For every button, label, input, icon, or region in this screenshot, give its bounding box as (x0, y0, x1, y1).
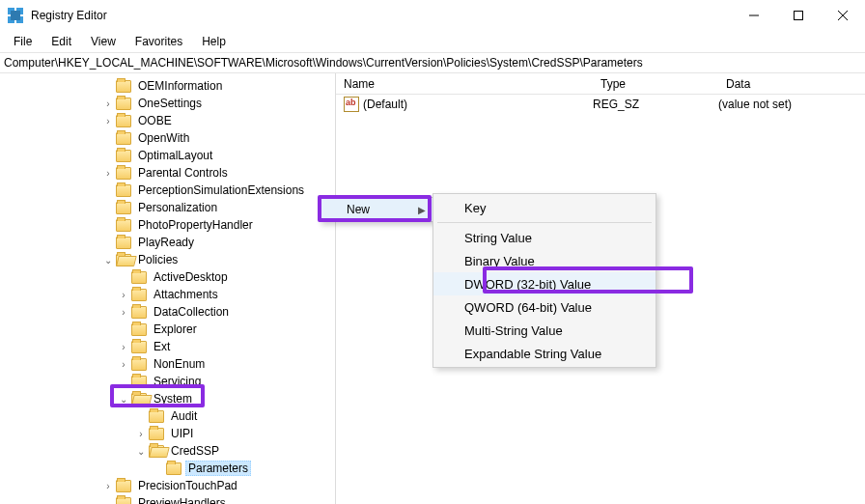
folder-icon (116, 150, 131, 162)
tree-item[interactable]: ›Parental Controls (0, 164, 335, 182)
tree-item[interactable]: ›UIPI (0, 425, 335, 442)
maximize-button[interactable] (776, 0, 821, 31)
main-area: OEMInformation›OneSettings›OOBEOpenWithO… (0, 73, 865, 504)
tree-item[interactable]: Explorer (0, 321, 335, 338)
close-button[interactable] (821, 0, 865, 31)
tree-item[interactable]: OpenWith (0, 129, 335, 147)
chevron-right-icon[interactable]: › (135, 428, 147, 439)
tree-item[interactable]: ›Attachments (0, 286, 335, 303)
chevron-right-icon[interactable]: › (102, 480, 114, 491)
twisty-empty (153, 462, 164, 474)
tree-item-label: Audit (168, 408, 200, 424)
tree-item-label: Explorer (151, 322, 200, 337)
context-item[interactable]: QWORD (64-bit) Value (433, 295, 656, 319)
column-type[interactable]: Type (593, 77, 718, 91)
folder-icon (116, 219, 131, 232)
twisty-empty (118, 271, 129, 283)
tree-item[interactable]: PreviewHandlers (0, 494, 335, 504)
tree-item[interactable]: ⌄CredSSP (0, 442, 335, 460)
twisty-empty (102, 219, 114, 231)
chevron-right-icon[interactable]: › (118, 289, 129, 300)
tree-item[interactable]: ›DataCollection (0, 303, 335, 321)
twisty-empty (135, 410, 147, 422)
tree-item[interactable]: Audit (0, 407, 335, 425)
menu-edit[interactable]: Edit (43, 33, 79, 50)
tree-item-label: PhotoPropertyHandler (135, 217, 256, 233)
folder-icon (116, 167, 131, 180)
folder-icon (116, 115, 131, 127)
tree-item[interactable]: PerceptionSimulationExtensions (0, 182, 335, 199)
tree-item-label: Personalization (135, 200, 220, 215)
tree-item-label: ActiveDesktop (151, 269, 231, 285)
context-item[interactable]: DWORD (32-bit) Value (433, 272, 656, 295)
folder-open-icon (116, 254, 131, 266)
address-bar[interactable]: Computer\HKEY_LOCAL_MACHINE\SOFTWARE\Mic… (0, 52, 865, 73)
tree-item[interactable]: Parameters (0, 460, 335, 477)
twisty-empty (102, 497, 114, 504)
twisty-empty (102, 202, 114, 213)
chevron-right-icon[interactable]: › (118, 358, 129, 370)
chevron-right-icon[interactable]: › (102, 167, 114, 179)
tree-item[interactable]: ActiveDesktop (0, 268, 335, 286)
chevron-right-icon[interactable]: › (118, 341, 129, 352)
chevron-down-icon[interactable]: ⌄ (118, 393, 129, 405)
twisty-empty (102, 132, 114, 144)
chevron-right-icon[interactable]: › (102, 115, 114, 126)
menu-file[interactable]: File (6, 33, 40, 50)
twisty-empty (102, 80, 114, 92)
chevron-down-icon[interactable]: ⌄ (102, 254, 114, 266)
context-submenu-new: KeyString ValueBinary ValueDWORD (32-bit… (432, 193, 656, 368)
folder-icon (116, 184, 131, 197)
tree-item[interactable]: ›PrecisionTouchPad (0, 477, 335, 494)
tree-item[interactable]: PhotoPropertyHandler (0, 216, 335, 234)
window-controls (732, 0, 865, 31)
chevron-right-icon[interactable]: › (118, 306, 129, 318)
folder-open-icon (131, 393, 147, 406)
folder-icon (116, 132, 131, 145)
regedit-icon (8, 8, 23, 23)
tree-item[interactable]: ›NonEnum (0, 355, 335, 373)
list-row[interactable]: (Default)REG_SZ(value not set) (336, 95, 865, 114)
tree-item[interactable]: ›OneSettings (0, 95, 335, 112)
tree-pane[interactable]: OEMInformation›OneSettings›OOBEOpenWithO… (0, 73, 336, 504)
tree-item-label: Policies (135, 252, 181, 267)
menu-view[interactable]: View (83, 33, 124, 50)
menu-help[interactable]: Help (194, 33, 234, 50)
context-item[interactable]: Binary Value (433, 249, 656, 272)
context-item[interactable]: Expandable String Value (433, 342, 656, 365)
tree-item[interactable]: ⌄System (0, 390, 335, 407)
tree-item[interactable]: Personalization (0, 199, 335, 216)
tree-item[interactable]: ›Ext (0, 338, 335, 355)
tree-item[interactable]: ⌄Policies (0, 251, 335, 268)
context-item[interactable]: Key (433, 196, 656, 219)
tree-item-label: OEMInformation (135, 78, 225, 94)
list-pane[interactable]: Name Type Data (Default)REG_SZ(value not… (336, 73, 865, 504)
folder-open-icon (149, 445, 164, 458)
twisty-empty (118, 376, 129, 387)
tree-item[interactable]: ›OOBE (0, 112, 335, 129)
tree-item[interactable]: OEMInformation (0, 77, 335, 95)
folder-icon (131, 376, 147, 388)
tree-item-label: Parameters (185, 461, 251, 476)
tree-item-label: Ext (151, 339, 173, 354)
folder-icon (131, 358, 147, 371)
tree-item-label: DataCollection (151, 304, 232, 320)
tree-item[interactable]: PlayReady (0, 234, 335, 251)
context-item[interactable]: String Value (433, 226, 656, 249)
svg-rect-4 (11, 11, 20, 20)
tree-item[interactable]: OptimalLayout (0, 147, 335, 164)
column-name[interactable]: Name (336, 77, 593, 91)
tree-item[interactable]: Servicing (0, 373, 335, 390)
tree-item-label: PrecisionTouchPad (135, 478, 240, 493)
menu-separator (437, 222, 652, 223)
minimize-button[interactable] (732, 0, 776, 31)
folder-icon (131, 341, 147, 353)
tree-item-label: PerceptionSimulationExtensions (135, 182, 307, 198)
chevron-down-icon[interactable]: ⌄ (135, 445, 147, 457)
menu-favorites[interactable]: Favorites (127, 33, 190, 50)
context-item-new[interactable]: New ▶ (320, 198, 433, 221)
twisty-empty (102, 237, 114, 248)
context-item[interactable]: Multi-String Value (433, 319, 656, 342)
chevron-right-icon[interactable]: › (102, 98, 114, 109)
column-data[interactable]: Data (718, 77, 865, 91)
